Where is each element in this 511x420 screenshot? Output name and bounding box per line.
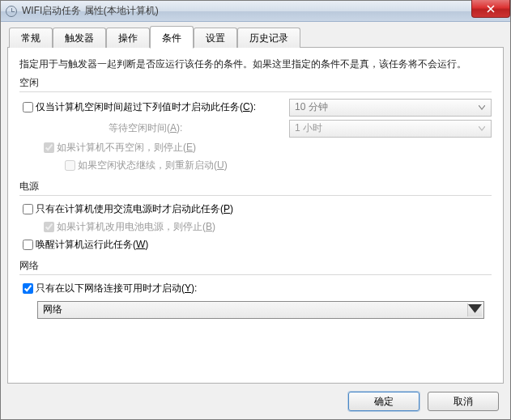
wait-duration-combo[interactable]: 1 小时 — [289, 120, 492, 138]
stop-if-not-idle-checkbox[interactable] — [44, 142, 54, 153]
wake-label: 唤醒计算机运行此任务(W) — [36, 238, 148, 252]
tab-actions[interactable]: 操作 — [106, 28, 150, 48]
window-title: WIFI启动任务 属性(本地计算机) — [22, 4, 159, 18]
restart-if-idle-checkbox[interactable] — [65, 160, 75, 171]
properties-dialog: WIFI启动任务 属性(本地计算机) 常规 触发器 操作 条件 设置 历史记录 … — [0, 0, 511, 420]
only-if-network-checkbox[interactable] — [23, 283, 33, 294]
row-restart-if-idle: 如果空闲状态继续，则重新启动(U) — [19, 157, 492, 175]
divider — [19, 274, 492, 275]
conditions-panel: 指定用于与触发器一起判断是否应运行该任务的条件。如果这里指定的条件不是真，该任务… — [7, 48, 504, 384]
titlebar: WIFI启动任务 属性(本地计算机) — [1, 1, 510, 22]
row-only-ac: 只有在计算机使用交流电源时才启动此任务(P) — [19, 201, 492, 218]
row-stop-if-not-idle: 如果计算机不再空闲，则停止(E) — [19, 139, 492, 157]
tab-triggers[interactable]: 触发器 — [53, 28, 106, 48]
stop-on-battery-checkbox[interactable] — [44, 222, 54, 232]
section-power-label: 电源 — [19, 180, 492, 193]
wait-idle-label: 等待空闲时间(A): — [19, 121, 182, 135]
cancel-button[interactable]: 取消 — [428, 392, 499, 411]
chevron-down-icon — [467, 303, 482, 316]
row-stop-on-battery: 如果计算机改用电池电源，则停止(B) — [19, 218, 492, 236]
row-wait-idle: 等待空闲时间(A): 1 小时 — [19, 118, 492, 139]
row-wake: 唤醒计算机运行此任务(W) — [19, 236, 492, 254]
dialog-body: 常规 触发器 操作 条件 设置 历史记录 指定用于与触发器一起判断是否应运行该任… — [1, 22, 510, 419]
panel-description: 指定用于与触发器一起判断是否应运行该任务的条件。如果这里指定的条件不是真，该任务… — [19, 57, 492, 71]
idle-duration-value: 10 分钟 — [295, 100, 328, 114]
close-icon — [487, 5, 495, 13]
tab-settings[interactable]: 设置 — [194, 28, 237, 48]
tab-general[interactable]: 常规 — [9, 28, 53, 48]
tab-history[interactable]: 历史记录 — [237, 28, 300, 48]
section-network-label: 网络 — [19, 259, 492, 273]
divider — [19, 91, 492, 92]
only-ac-label: 只有在计算机使用交流电源时才启动此任务(P) — [36, 202, 233, 216]
ok-button[interactable]: 确定 — [348, 392, 419, 411]
start-if-idle-label: 仅当计算机空闲时间超过下列值时才启动此任务(C): — [36, 100, 256, 114]
dialog-button-row: 确定 取消 — [7, 384, 504, 419]
start-if-idle-checkbox[interactable] — [23, 102, 33, 112]
only-if-network-label: 只有在以下网络连接可用时才启动(Y): — [36, 282, 197, 295]
network-selected-value: 网络 — [43, 303, 62, 316]
stop-on-battery-label: 如果计算机改用电池电源，则停止(B) — [57, 220, 215, 234]
row-only-if-network: 只有在以下网络连接可用时才启动(Y): — [19, 280, 492, 298]
wait-duration-value: 1 小时 — [295, 121, 322, 135]
stop-if-not-idle-label: 如果计算机不再空闲，则停止(E) — [57, 141, 196, 155]
row-start-if-idle: 仅当计算机空闲时间超过下列值时才启动此任务(C): 10 分钟 — [19, 97, 492, 118]
idle-duration-combo[interactable]: 10 分钟 — [289, 99, 492, 117]
restart-if-idle-label: 如果空闲状态继续，则重新启动(U) — [78, 159, 228, 172]
network-combo[interactable]: 网络 — [37, 301, 484, 319]
only-ac-checkbox[interactable] — [23, 204, 33, 214]
wake-checkbox[interactable] — [23, 240, 33, 250]
tabstrip: 常规 触发器 操作 条件 设置 历史记录 — [7, 28, 504, 48]
tab-conditions[interactable]: 条件 — [150, 26, 194, 49]
section-idle-label: 空闲 — [19, 76, 492, 90]
chevron-down-icon — [475, 122, 489, 135]
task-icon — [6, 6, 17, 17]
chevron-down-icon — [475, 101, 489, 114]
network-combo-wrap: 网络 — [19, 298, 492, 319]
close-button[interactable] — [471, 0, 510, 18]
divider — [19, 195, 492, 196]
